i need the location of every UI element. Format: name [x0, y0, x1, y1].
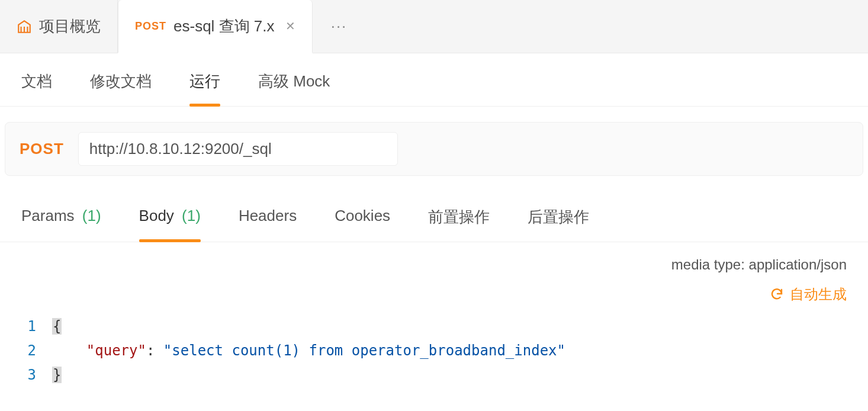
tab-body[interactable]: Body (1): [139, 207, 201, 242]
media-type-label: media type: application/json: [671, 256, 847, 273]
tab-body-count: (1): [182, 207, 201, 224]
auto-generate-label: 自动生成: [790, 285, 847, 304]
line-number: 1: [15, 314, 36, 339]
refresh-icon: [770, 287, 784, 301]
auto-generate-button[interactable]: 自动生成: [770, 285, 847, 304]
method-selector[interactable]: POST: [20, 140, 64, 158]
tab-api-request[interactable]: POST es-sql 查询 7.x ✕: [118, 0, 313, 53]
editor-content[interactable]: { "query": "select count(1) from operato…: [47, 314, 565, 387]
url-bar-container: POST http://10.8.10.12:9200/_sql: [0, 107, 868, 191]
body-actions: 自动生成: [0, 278, 868, 314]
code-line: "query": "select count(1) from operator_…: [52, 339, 565, 363]
close-icon[interactable]: ✕: [285, 20, 295, 32]
building-icon: [17, 19, 32, 34]
line-number: 2: [15, 339, 36, 363]
code-line: {: [52, 314, 565, 339]
tab-params-count: (1): [82, 207, 101, 224]
tab-pre-script[interactable]: 前置操作: [428, 207, 490, 242]
tab-edit-doc[interactable]: 修改文档: [90, 71, 152, 106]
tab-adv-mock[interactable]: 高级 Mock: [258, 71, 330, 106]
tab-cookies[interactable]: Cookies: [335, 207, 390, 242]
tab-project-overview-label: 项目概览: [39, 16, 101, 37]
tab-more-menu[interactable]: ···: [313, 0, 366, 53]
code-line: }: [52, 363, 565, 387]
tab-method-badge: POST: [135, 20, 166, 33]
tab-project-overview[interactable]: 项目概览: [0, 0, 118, 53]
top-tab-bar: 项目概览 POST es-sql 查询 7.x ✕ ···: [0, 0, 868, 53]
tab-doc[interactable]: 文档: [21, 71, 52, 106]
tab-params[interactable]: Params (1): [21, 207, 101, 242]
body-editor[interactable]: 1 2 3 { "query": "select count(1) from o…: [0, 314, 868, 387]
tab-body-label: Body: [139, 207, 174, 224]
sub-tab-bar: 文档 修改文档 运行 高级 Mock: [0, 53, 868, 107]
tab-post-script[interactable]: 后置操作: [528, 207, 589, 242]
url-input[interactable]: http://10.8.10.12:9200/_sql: [78, 132, 398, 166]
request-tab-bar: Params (1) Body (1) Headers Cookies 前置操作…: [0, 191, 868, 242]
tab-api-title: es-sql 查询 7.x: [173, 16, 275, 37]
body-header: media type: application/json: [0, 242, 868, 278]
line-number: 3: [15, 363, 36, 387]
tab-headers[interactable]: Headers: [239, 207, 297, 242]
editor-gutter: 1 2 3: [5, 314, 47, 387]
tab-params-label: Params: [21, 207, 75, 224]
tab-run[interactable]: 运行: [189, 71, 220, 106]
url-bar: POST http://10.8.10.12:9200/_sql: [5, 122, 863, 176]
